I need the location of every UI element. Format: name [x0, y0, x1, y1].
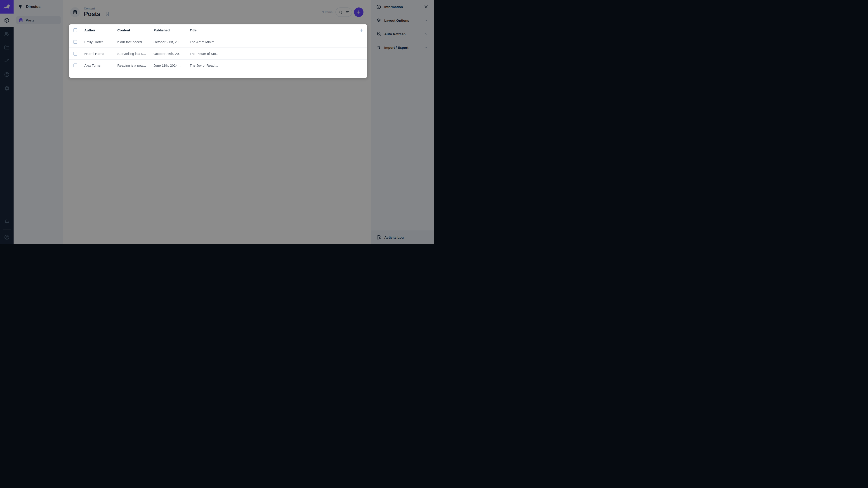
box-icon	[4, 18, 10, 23]
search-filter-pill[interactable]	[336, 7, 352, 17]
row-checkbox[interactable]	[73, 40, 77, 44]
module-bar-divider	[3, 229, 11, 230]
cell-content: Storytelling is a u...	[115, 52, 151, 56]
column-header-content[interactable]: Content	[115, 28, 151, 32]
sidebar-spacer	[371, 54, 434, 230]
select-all-cell	[69, 28, 82, 32]
select-all-checkbox[interactable]	[73, 28, 77, 32]
chevron-down-icon	[424, 45, 429, 50]
swap-vert-icon	[376, 45, 381, 50]
gear-icon	[4, 86, 10, 91]
plus-icon	[356, 9, 362, 15]
module-content-button[interactable]	[0, 13, 13, 27]
cell-title: The Art of Minim...	[187, 40, 223, 44]
nav-item-label: Posts	[26, 18, 34, 22]
table-row[interactable]: Naomi Harris Storytelling is a u... Octo…	[69, 48, 367, 59]
row-select-cell	[69, 52, 82, 56]
bookmark-icon	[104, 11, 110, 17]
sidebar-item-posts[interactable]: Posts	[16, 16, 61, 24]
sidebar-section-label: Import / Export	[384, 46, 421, 50]
items-count: 3 Items	[322, 10, 333, 14]
module-docs-button[interactable]	[0, 68, 13, 81]
table-footer	[69, 71, 367, 78]
cell-author: Naomi Harris	[82, 52, 115, 56]
row-checkbox[interactable]	[73, 52, 77, 56]
account-button[interactable]	[0, 230, 13, 244]
header-actions: 3 Items	[322, 7, 364, 17]
project-name: Directus	[26, 5, 40, 9]
sidebar-section-auto-refresh[interactable]: Auto Refresh	[371, 27, 434, 41]
sidebar-section-label: Auto Refresh	[384, 32, 421, 36]
insights-icon	[4, 58, 10, 64]
directus-rabbit-icon	[3, 3, 11, 11]
bell-icon	[4, 219, 10, 224]
sidebar-section-information[interactable]: Information	[371, 0, 434, 13]
clipboard-clock-icon	[376, 235, 381, 240]
column-header-title[interactable]: Title	[187, 28, 223, 32]
cell-published: October 25th, 20...	[151, 52, 187, 56]
cell-published: June 11th, 2024 ...	[151, 64, 187, 67]
content-area: Content Posts 3 Items	[63, 0, 371, 244]
chevron-down-icon	[424, 32, 429, 36]
users-icon	[4, 31, 10, 37]
info-icon	[376, 4, 381, 9]
folder-icon	[4, 44, 10, 51]
row-select-cell	[69, 64, 82, 67]
page-title: Posts	[84, 11, 100, 18]
cell-title: The Joy of Readi...	[187, 64, 223, 67]
activity-log-button[interactable]: Activity Log	[371, 230, 434, 244]
help-icon	[4, 72, 10, 77]
account-circle-icon	[4, 234, 10, 240]
filter-icon[interactable]	[345, 10, 350, 15]
collection-icon-circle	[70, 7, 80, 17]
items-table-card: Author Content Published Title Emily Car…	[69, 24, 367, 78]
module-users-button[interactable]	[0, 27, 13, 41]
table-header-row: Author Content Published Title	[69, 24, 367, 36]
table-row[interactable]: Alex Turner Reading is a pow... June 11t…	[69, 60, 367, 71]
module-bar	[0, 0, 13, 244]
search-icon[interactable]	[338, 10, 343, 15]
sidebar-section-label: Layout Options	[384, 19, 421, 22]
directus-logo-button[interactable]	[0, 0, 13, 13]
add-column-button[interactable]	[359, 28, 364, 33]
fan-icon	[18, 4, 23, 9]
module-files-button[interactable]	[0, 41, 13, 54]
sync-off-icon	[376, 31, 381, 37]
module-insights-button[interactable]	[0, 54, 13, 68]
column-header-published[interactable]: Published	[151, 28, 187, 32]
content-header: Content Posts 3 Items	[63, 0, 371, 24]
module-bar-spacer	[0, 95, 13, 215]
column-header-author[interactable]: Author	[82, 28, 115, 32]
project-switcher[interactable]: Directus	[13, 0, 63, 13]
cell-author: Alex Turner	[82, 64, 115, 67]
header-extra-cell	[223, 28, 367, 33]
notifications-button[interactable]	[0, 215, 13, 228]
close-sidebar-button[interactable]	[424, 4, 429, 9]
bookmark-button[interactable]	[104, 11, 110, 17]
chevron-down-icon	[424, 18, 429, 23]
close-icon	[424, 4, 429, 9]
cell-published: October 21st, 20...	[151, 40, 187, 44]
sidebar-section-label: Information	[384, 5, 421, 9]
cell-title: The Power of Sto...	[187, 52, 223, 56]
right-sidebar: Information Layout Options	[371, 0, 434, 244]
row-checkbox[interactable]	[73, 64, 77, 67]
layers-icon	[376, 18, 381, 23]
app-shell: Directus Posts	[0, 0, 434, 244]
row-select-cell	[69, 40, 82, 44]
plus-icon	[359, 28, 364, 33]
sidebar-section-layout-options[interactable]: Layout Options	[371, 13, 434, 27]
database-icon	[72, 10, 78, 15]
breadcrumb[interactable]: Content	[84, 7, 100, 11]
cell-content: Reading is a pow...	[115, 64, 151, 67]
sidebar-section-import-export[interactable]: Import / Export	[371, 41, 434, 54]
cell-author: Emily Carter	[82, 40, 115, 44]
add-item-button[interactable]	[354, 7, 364, 17]
title-block: Content Posts	[84, 7, 100, 18]
database-icon	[19, 18, 23, 23]
module-settings-button[interactable]	[0, 81, 13, 95]
activity-log-label: Activity Log	[384, 235, 429, 239]
cell-content: n our fast-paced ...	[115, 40, 151, 44]
table-row[interactable]: Emily Carter n our fast-paced ... Octobe…	[69, 36, 367, 47]
nav-sidebar: Directus Posts	[13, 0, 63, 244]
